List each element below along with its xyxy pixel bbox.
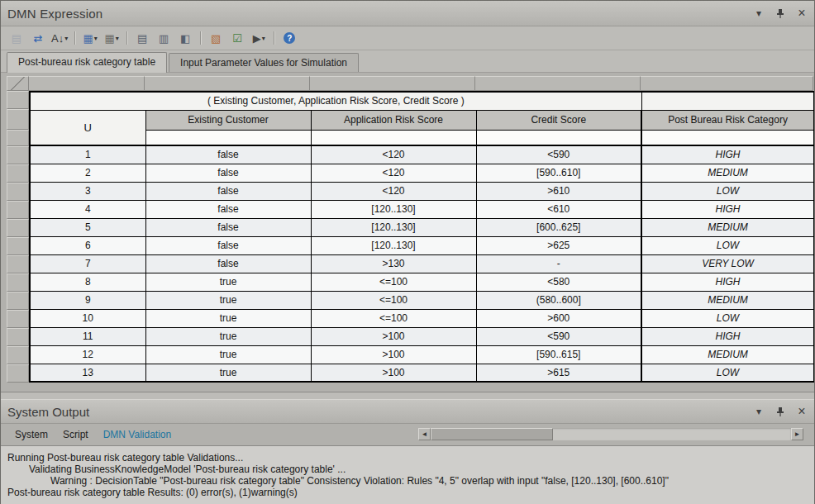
post-bureau-risk-category-cell[interactable]: LOW [641, 236, 814, 254]
output-tab-dmn-validation[interactable]: DMN Validation [96, 429, 179, 440]
credit-score-cell[interactable]: [590..615] [476, 345, 641, 364]
insert-rule-below-icon[interactable]: ▥ [153, 29, 174, 47]
row-header-cell[interactable] [7, 183, 29, 201]
column-band-cell[interactable] [641, 76, 813, 91]
row-header-cell[interactable] [7, 328, 29, 346]
rule-number-cell[interactable]: 6 [30, 236, 145, 254]
application-risk-score-cell[interactable]: [120..130] [311, 200, 476, 218]
swap-columns-icon[interactable]: ⇄ [27, 29, 49, 47]
application-risk-score-cell[interactable]: <=100 [311, 291, 476, 309]
column-band-cell[interactable] [310, 76, 475, 91]
row-header-cell[interactable] [7, 130, 29, 146]
credit-score-cell[interactable]: <590 [476, 327, 641, 345]
credit-score-cell[interactable]: <610 [476, 200, 641, 218]
existing-customer-cell[interactable]: false [145, 145, 311, 164]
insert-column-icon[interactable]: ◧ [174, 29, 196, 47]
help-icon[interactable]: ? [279, 29, 300, 47]
close-icon[interactable]: × [796, 7, 808, 19]
application-risk-score-cell[interactable]: <=100 [311, 309, 476, 327]
row-header-cell[interactable] [7, 146, 29, 164]
credit-score-cell[interactable]: >610 [476, 182, 641, 200]
run-simulation-icon[interactable]: ▶▾ [248, 29, 269, 47]
grid-corner-cell[interactable] [7, 76, 29, 91]
allowed-values-credit-score[interactable] [476, 130, 641, 145]
column-band-cell[interactable] [475, 76, 641, 91]
application-risk-score-cell[interactable]: <=100 [311, 273, 476, 291]
application-risk-score-cell[interactable]: [120..130] [311, 218, 476, 236]
column-header-post-bureau-risk-category[interactable]: Post Bureau Risk Category [641, 110, 814, 130]
row-header-cell[interactable] [7, 255, 29, 273]
rule-number-cell[interactable]: 4 [30, 200, 145, 218]
rule-number-cell[interactable]: 13 [30, 364, 145, 382]
application-risk-score-cell[interactable]: <120 [311, 145, 476, 164]
rule-number-cell[interactable]: 10 [30, 309, 145, 327]
output-signature-cell[interactable] [641, 92, 814, 110]
pin-icon[interactable] [774, 7, 786, 19]
rule-number-cell[interactable]: 3 [30, 182, 145, 200]
credit-score-cell[interactable]: >625 [476, 236, 641, 254]
post-bureau-risk-category-cell[interactable]: LOW [641, 364, 814, 382]
rule-number-cell[interactable]: 11 [30, 327, 145, 345]
rule-number-cell[interactable]: 8 [30, 273, 145, 291]
credit-score-cell[interactable]: >600 [476, 309, 641, 327]
column-header-application-risk-score[interactable]: Application Risk Score [311, 110, 476, 130]
allowed-values-application-risk-score[interactable] [311, 130, 476, 145]
credit-score-cell[interactable]: [590..610] [476, 164, 641, 182]
rule-number-cell[interactable]: 5 [30, 218, 145, 236]
post-bureau-risk-category-cell[interactable]: HIGH [641, 200, 814, 218]
existing-customer-cell[interactable]: true [145, 291, 311, 309]
row-header-cell[interactable] [7, 364, 29, 383]
post-bureau-risk-category-cell[interactable]: HIGH [641, 273, 814, 291]
row-header-cell[interactable] [7, 310, 29, 328]
column-band-cell[interactable] [145, 76, 310, 91]
existing-customer-cell[interactable]: false [145, 182, 311, 200]
row-header-cell[interactable] [7, 109, 29, 130]
pin-icon[interactable] [774, 406, 786, 417]
insert-rule-above-icon[interactable]: ▤ [131, 29, 153, 47]
application-risk-score-cell[interactable]: >100 [311, 364, 476, 382]
rule-number-cell[interactable]: 2 [30, 164, 145, 182]
application-risk-score-cell[interactable]: >100 [311, 345, 476, 364]
rule-number-cell[interactable]: 9 [30, 291, 145, 309]
application-risk-score-cell[interactable]: <120 [311, 164, 476, 182]
existing-customer-cell[interactable]: false [145, 200, 311, 218]
collapse-panel-icon[interactable]: ▾ [753, 7, 765, 19]
dropdown-caret-icon[interactable]: ▾ [94, 35, 98, 42]
existing-customer-cell[interactable]: true [145, 273, 311, 291]
post-bureau-risk-category-cell[interactable]: MEDIUM [641, 164, 814, 182]
tab-input-parameter-values-for-simulation[interactable]: Input Parameter Values for Simulation [169, 53, 359, 72]
validate-icon[interactable]: ☑ [226, 29, 248, 47]
row-header-cell[interactable] [7, 292, 29, 310]
existing-customer-cell[interactable]: false [145, 218, 311, 236]
scroll-right-icon[interactable]: ► [791, 428, 803, 440]
rule-number-cell[interactable]: 1 [30, 145, 145, 164]
table-layout-icon[interactable]: ▦▾ [101, 29, 122, 47]
scrollbar-thumb[interactable] [431, 428, 553, 440]
table-grid-icon[interactable]: ▦▾ [79, 29, 101, 47]
credit-score-cell[interactable]: <590 [476, 145, 641, 164]
report-icon[interactable]: ▧ [205, 29, 226, 47]
horizontal-scrollbar[interactable]: ◄ ► [418, 428, 803, 440]
existing-customer-cell[interactable]: false [145, 254, 311, 273]
rule-number-cell[interactable]: 7 [30, 254, 145, 273]
row-header-cell[interactable] [7, 237, 29, 255]
row-header-cell[interactable] [7, 164, 29, 183]
rule-number-cell[interactable]: 12 [30, 345, 145, 364]
collapse-panel-icon[interactable]: ▾ [753, 406, 765, 417]
row-header-cell[interactable] [7, 91, 29, 109]
row-header-cell[interactable] [7, 273, 29, 292]
row-header-cell[interactable] [7, 201, 29, 219]
tab-post-bureau-risk-category-table[interactable]: Post-bureau risk category table [7, 52, 167, 73]
existing-customer-cell[interactable]: false [145, 236, 311, 254]
credit-score-cell[interactable]: - [476, 254, 641, 273]
credit-score-cell[interactable]: <580 [476, 273, 641, 291]
output-tab-system[interactable]: System [7, 429, 55, 440]
credit-score-cell[interactable]: >615 [476, 364, 641, 382]
output-tab-script[interactable]: Script [55, 429, 96, 440]
existing-customer-cell[interactable]: false [145, 164, 311, 182]
dropdown-caret-icon[interactable]: ▾ [262, 35, 265, 42]
application-risk-score-cell[interactable]: >100 [311, 327, 476, 345]
post-bureau-risk-category-cell[interactable]: MEDIUM [641, 218, 814, 236]
column-header-credit-score[interactable]: Credit Score [476, 110, 641, 130]
allowed-values-existing-customer[interactable] [145, 130, 311, 145]
